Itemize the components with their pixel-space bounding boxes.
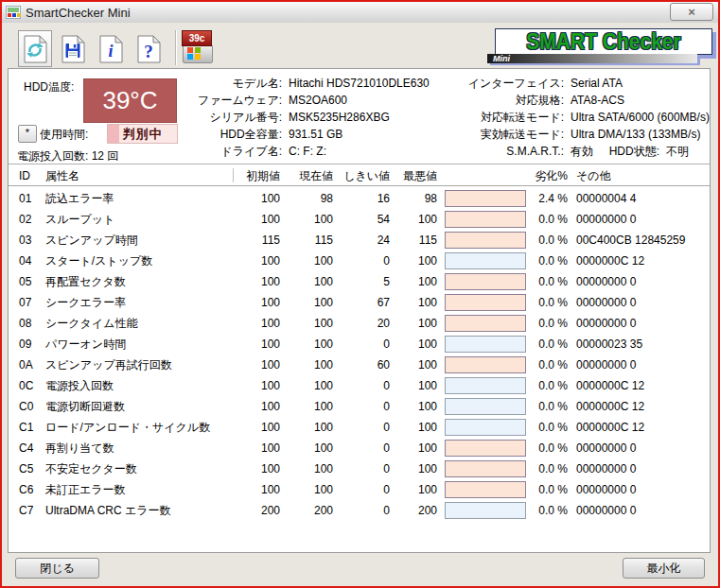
info-line: シリアル番号:MSK5235H286XBG [178,109,430,126]
cell-current: 100 [276,458,333,479]
cell-worst: 100 [380,334,437,355]
cell-current: 200 [276,500,333,521]
info-icon: i [98,35,123,63]
table-row[interactable]: C6未訂正エラー数10010001000.0 %00000000 0 [9,479,710,500]
table-row[interactable]: C1ロード/アンロード・サイクル数10010001000.0 %0000000C… [9,417,710,438]
info-button[interactable]: i [94,30,128,67]
health-bar [445,190,526,207]
smart-attribute-table: 01読込エラー率1009816982.4 %00000004 402スループット… [9,188,710,521]
info-line: 対応規格:ATA8-ACS [460,92,710,109]
cell-initial: 100 [223,209,280,230]
health-bar [445,460,526,477]
cell-attribute-name: UltraDMA CRC エラー数 [45,500,171,521]
health-bar [445,315,526,332]
cell-degradation: 0.0 % [526,251,568,271]
cell-id: 01 [19,188,31,209]
cell-id: 05 [19,271,31,292]
cell-id: C1 [19,417,33,438]
title-bar[interactable]: SmartChecker Mini × [2,2,718,24]
cell-initial: 100 [223,458,280,479]
asterisk-button[interactable]: * [18,125,37,143]
table-row[interactable]: 0Aスピンアップ再試行回数100100601000.0 %00000000 0 [9,355,710,375]
table-row[interactable]: 02スループット100100541000.0 %00000000 0 [9,209,710,230]
refresh-icon [23,35,47,63]
table-row[interactable]: C7UltraDMA CRC エラー数20020002000.0 %000000… [9,500,710,521]
cell-worst: 100 [380,479,437,500]
temperature-tray-icon[interactable]: 39c [182,30,214,65]
cell-current: 100 [276,417,333,438]
usage-time-value: 判別中 [123,126,163,143]
close-window-button[interactable]: × [670,3,713,21]
table-row[interactable]: 04スタート/ストップ数10010001000.0 %0000000C 12 [9,251,710,271]
cell-worst: 100 [380,438,437,458]
table-row[interactable]: C4再割り当て数10010001000.0 %00000000 0 [9,438,710,458]
health-bar [445,419,526,436]
cell-current: 100 [276,375,333,396]
info-line: HDD全容量:931.51 GB [178,126,430,143]
cell-current: 100 [276,334,333,355]
header-current: 現在値 [276,166,333,185]
cell-other: 00000000 0 [576,500,636,521]
cell-other: 00000004 4 [576,188,636,209]
cell-id: C5 [19,458,33,479]
hdd-temperature-value: 39°C [83,78,177,123]
table-row[interactable]: 07シークエラー率100100671000.0 %00000000 0 [9,292,710,313]
table-row[interactable]: 0C電源投入回数10010001000.0 %0000000C 12 [9,375,710,396]
table-row[interactable]: 08シークタイム性能100100201000.0 %00000000 0 [9,313,710,334]
cell-degradation: 0.0 % [526,375,568,396]
cell-current: 100 [276,292,333,313]
table-row[interactable]: 09パワーオン時間10010001000.0 %00000023 35 [9,334,710,355]
cell-degradation: 0.0 % [526,334,568,355]
cell-initial: 100 [223,313,280,334]
cell-worst: 100 [380,292,437,313]
cell-id: 07 [19,292,31,313]
drive-info-column: モデル名:Hitachi HDS721010DLE630ファームウェア:MS2O… [178,75,430,160]
cell-other: 0000000C 12 [576,375,644,396]
cell-worst: 200 [380,500,437,521]
cell-id: 02 [19,209,31,230]
svg-text:i: i [108,42,113,61]
health-bar [445,377,526,394]
help-button[interactable]: ? [132,30,166,67]
cell-degradation: 0.0 % [526,458,568,479]
cell-initial: 100 [223,292,280,313]
cell-worst: 100 [380,313,437,334]
cell-id: C4 [19,438,33,458]
save-icon [61,35,85,63]
cell-worst: 100 [380,251,437,271]
cell-id: 08 [19,313,31,334]
table-row[interactable]: 01読込エラー率1009816982.4 %00000004 4 [9,188,710,209]
cell-worst: 100 [380,355,437,375]
table-header: ID 属性名 初期値 現在値 しきい値 最悪値 劣化% その他 [9,166,710,185]
cell-other: 00C400CB 12845259 [576,230,685,251]
info-value: Hitachi HDS721010DLE630 [289,77,430,90]
cell-attribute-name: スピンアップ再試行回数 [45,355,172,375]
app-icon [6,6,21,19]
info-value: C: F: Z: [289,145,326,158]
header-initial: 初期値 [223,166,280,185]
info-label: HDD全容量: [178,126,282,143]
close-button[interactable]: 閉じる [15,558,99,579]
cell-degradation: 0.0 % [526,479,568,500]
minimize-button[interactable]: 最小化 [623,558,705,579]
info-line: インターフェイス:Serial ATA [460,75,710,92]
close-icon: × [688,6,695,18]
table-row[interactable]: C0電源切断回避数10010001000.0 %0000000C 12 [9,396,710,417]
table-row[interactable]: C5不安定セクター数10010001000.0 %00000000 0 [9,458,710,479]
cell-initial: 115 [223,230,280,251]
cell-degradation: 0.0 % [526,417,568,438]
header-worst: 最悪値 [380,166,437,185]
save-button[interactable] [56,30,90,67]
cell-initial: 200 [223,500,280,521]
cell-attribute-name: パワーオン時間 [45,334,126,355]
section-separator [9,164,710,165]
info-value: 不明 [666,145,689,158]
header-id: ID [19,166,30,185]
table-row[interactable]: 03スピンアップ時間115115241150.0 %00C400CB 12845… [9,230,710,251]
cell-current: 100 [276,209,333,230]
info-label: S.M.A.R.T.: [460,143,564,160]
info-value: MSK5235H286XBG [289,111,390,124]
refresh-button[interactable] [18,30,52,67]
main-panel: HDD温度: 39°C * 使用時間: 判別中 電源投入回数: 12 回 モデル… [8,68,711,553]
table-row[interactable]: 05再配置セクタ数10010051000.0 %00000000 0 [9,271,710,292]
